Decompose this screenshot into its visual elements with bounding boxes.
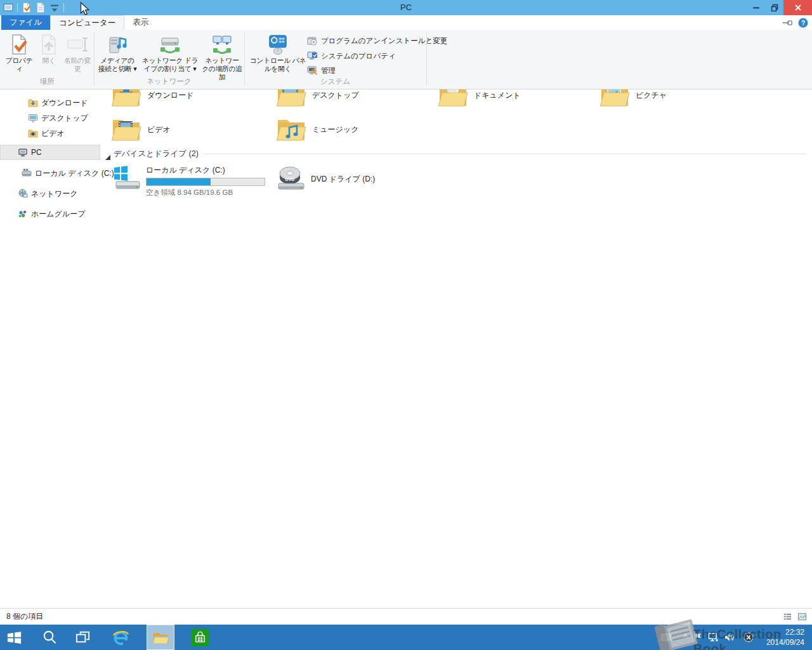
- rb-manage-icon: [307, 65, 318, 76]
- taskbar-button-file-explorer[interactable]: [147, 625, 174, 650]
- taskbar-button-task-view[interactable]: [69, 625, 96, 650]
- folder-tile-videos[interactable]: ビデオ: [111, 113, 270, 146]
- pin-ribbon-icon[interactable]: [782, 18, 792, 28]
- ribbon-button-label: メディアの接続と切断 ▾: [97, 56, 138, 73]
- restore-button[interactable]: [765, 0, 783, 15]
- sidebar-item-desktop[interactable]: デスクトップ: [0, 110, 100, 126]
- rb-properties-icon: [7, 32, 31, 56]
- rb-controlpanel-icon: [266, 32, 290, 56]
- ribbon-button-label: ネットワーク ドライブの割り当て ▾: [139, 56, 201, 73]
- minimize-button[interactable]: [747, 0, 765, 15]
- ribbon-tab-bar: ファイルコンピューター表示 ?: [0, 15, 812, 30]
- section-divider: [204, 154, 806, 154]
- ribbon-group-network: メディアの接続と切断 ▾ネットワーク ドライブの割り当て ▾ネットワークの場所の…: [94, 30, 244, 88]
- tab-file[interactable]: ファイル: [1, 15, 50, 30]
- ribbon-group-separator: [426, 32, 427, 86]
- folder-tile-label: ミュージック: [312, 124, 358, 135]
- sb-download-icon: [28, 98, 38, 108]
- ribbon-tabs: ファイルコンピューター表示: [0, 15, 812, 30]
- taskbar-button-search[interactable]: [36, 625, 63, 650]
- sidebar-item-label: ネットワーク: [31, 186, 77, 201]
- ribbon-button-properties[interactable]: プロパティ: [4, 32, 34, 73]
- ribbon-button-map-network-drive[interactable]: ネットワーク ドライブの割り当て ▾: [139, 32, 201, 73]
- ribbon-button-rename[interactable]: 名前の変更: [63, 32, 92, 73]
- tray-hidden-icons-icon[interactable]: [682, 632, 689, 638]
- tb-taskview-icon: [74, 629, 91, 646]
- tab-computer[interactable]: コンピューター: [50, 15, 124, 30]
- sidebar-item-downloads[interactable]: ダウンロード: [0, 95, 100, 110]
- sidebar-item-pc[interactable]: PC: [0, 145, 100, 160]
- sidebar-item-videos[interactable]: ビデオ: [0, 126, 100, 141]
- ribbon-button-label: コントロール パネルを開く: [249, 56, 306, 73]
- thumbnail-view-icon[interactable]: [797, 612, 807, 621]
- ribbon-button-manage[interactable]: 管理: [307, 65, 336, 76]
- drive-tile-dvd[interactable]: DVD DVD ドライブ (D:): [276, 164, 375, 194]
- folder-tile-label: ドキュメント: [474, 90, 521, 101]
- titlebar[interactable]: PC: [0, 0, 812, 15]
- rb-rename-icon: [65, 32, 89, 56]
- collapse-triangle-icon[interactable]: [105, 151, 110, 156]
- ribbon-button-label: 名前の変更: [63, 56, 92, 73]
- svg-text:?: ?: [801, 20, 805, 27]
- sidebar-item-label: PC: [31, 145, 42, 160]
- sidebar-item-label: ホームグループ: [31, 206, 85, 222]
- ribbon-button-open[interactable]: 開く: [36, 32, 62, 65]
- ribbon-button-label: 開く: [36, 56, 62, 65]
- tray-action-center-flag-icon[interactable]: [692, 632, 704, 642]
- tray-status-x-icon[interactable]: [743, 632, 754, 642]
- ribbon-button-label: 管理: [321, 66, 336, 76]
- folder-tile-label: デスクトップ: [312, 90, 359, 101]
- taskbar-clock[interactable]: 22:32 2014/09/24: [766, 627, 804, 647]
- local-disk-icon: [111, 164, 141, 195]
- tray-ime-icon[interactable]: [660, 632, 672, 642]
- ribbon-group-label-location: 場所: [0, 77, 94, 86]
- status-bar: 8 個の項目: [0, 608, 812, 625]
- tray-volume-icon[interactable]: [724, 632, 735, 642]
- navigation-pane: ダウンロードデスクトップビデオPCローカル ディスク (C:)ネットワークホーム…: [0, 89, 100, 608]
- drive-name: DVD ドライブ (D:): [311, 164, 375, 194]
- view-toggle-buttons: [783, 612, 807, 621]
- tb-explorer-icon: [152, 629, 169, 646]
- window-controls: [747, 0, 812, 15]
- folder-tile-label: ビデオ: [147, 124, 171, 135]
- capacity-bar: [146, 178, 265, 186]
- help-icon[interactable]: ?: [798, 18, 808, 28]
- rb-uninstall-icon: [307, 36, 318, 46]
- taskbar-button-start[interactable]: [0, 625, 28, 650]
- sb-video-icon: [28, 128, 38, 138]
- sb-disk-icon: [22, 168, 32, 178]
- close-button[interactable]: [783, 0, 812, 15]
- sidebar-item-local-disk-c[interactable]: ローカル ディスク (C:): [0, 166, 100, 181]
- rb-open-icon: [37, 32, 61, 56]
- sidebar-item-label: デスクトップ: [41, 110, 88, 126]
- taskbar-button-internet-explorer[interactable]: [107, 625, 134, 650]
- sidebar-item-homegroup[interactable]: ホームグループ: [0, 206, 100, 222]
- tray-network-icon[interactable]: [707, 632, 719, 642]
- desktop-screen: PC ファイルコンピューター表示 ? プロパティ開く名前の変更場所メディアの接続…: [0, 0, 812, 650]
- tab-view[interactable]: 表示: [124, 15, 157, 30]
- folder-tile-label: ダウンロード: [147, 90, 193, 101]
- taskbar-button-store[interactable]: [186, 625, 214, 650]
- details-view-icon[interactable]: [783, 612, 792, 621]
- ribbon-button-system-properties[interactable]: システムのプロパティ: [307, 50, 396, 62]
- folder-tile-music[interactable]: ミュージック: [276, 113, 435, 146]
- ribbon-button-add-network-location[interactable]: ネットワークの場所の追加: [202, 32, 242, 81]
- devices-section-header[interactable]: デバイスとドライブ (2): [105, 149, 806, 159]
- window-title: PC: [0, 0, 812, 15]
- drive-tile-local-disk-c[interactable]: ローカル ディスク (C:) 空き領域 8.94 GB/19.6 GB: [111, 164, 265, 197]
- ribbon-button-open-control-panel[interactable]: コントロール パネルを開く: [249, 32, 306, 73]
- sidebar-item-label: ダウンロード: [41, 95, 88, 110]
- ribbon: プロパティ開く名前の変更場所メディアの接続と切断 ▾ネットワーク ドライブの割り…: [0, 30, 812, 90]
- rb-media-icon: [105, 32, 129, 56]
- folder-videos-icon: [111, 114, 141, 145]
- sidebar-item-network[interactable]: ネットワーク: [0, 186, 100, 201]
- ribbon-button-label: プログラムのアンインストールと変更: [321, 36, 447, 46]
- sb-pc-icon: [18, 147, 28, 157]
- ribbon-button-media-disconnect[interactable]: メディアの接続と切断 ▾: [97, 32, 138, 73]
- taskbar: 22:32 2014/09/24: [0, 625, 812, 650]
- item-count: 8 個の項目: [6, 609, 43, 625]
- ribbon-group-location: プロパティ開く名前の変更場所: [0, 30, 94, 88]
- drive-info: ローカル ディスク (C:) 空き領域 8.94 GB/19.6 GB: [146, 164, 265, 197]
- tb-ie-icon: [112, 629, 129, 646]
- clock-date: 2014/09/24: [766, 637, 804, 647]
